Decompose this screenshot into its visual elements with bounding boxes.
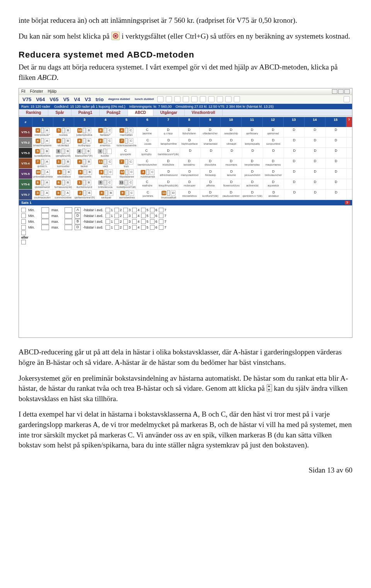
grid-cell[interactable]: 3Belectraface [54, 169, 75, 179]
sats-letter-select[interactable]: D [75, 225, 81, 230]
sats-avd-checkbox[interactable] [114, 214, 119, 218]
grid-cell[interactable]: 5Bnovisla [53, 127, 74, 137]
grid-cell[interactable]: Dg.r.mpp [158, 127, 179, 137]
grid-cell[interactable]: 5Bdiamswets [75, 169, 95, 179]
horse-chip[interactable]: 8B [99, 190, 114, 196]
grid-cell[interactable]: Dseastarship [221, 127, 242, 137]
letter-stepper-icon[interactable] [63, 169, 66, 175]
letter-stepper-icon[interactable] [104, 128, 107, 133]
grid-cell[interactable]: Dmicnarkitros [179, 190, 200, 200]
grid-cell[interactable]: Dgertlesary [242, 127, 263, 137]
grid-cell[interactable]: D [305, 190, 326, 200]
grid-cell[interactable]: D [326, 137, 347, 147]
horse-chip[interactable]: 5C [97, 180, 113, 185]
grid-cell[interactable]: D [284, 190, 305, 200]
letter-stepper-icon[interactable] [83, 138, 86, 144]
letter-stepper-icon[interactable] [83, 128, 86, 133]
sats-avd-checkbox[interactable] [141, 225, 146, 230]
tab-vinstkontroll[interactable]: Vinstkontroll [185, 109, 223, 116]
close-icon[interactable] [344, 89, 350, 94]
grid-cell[interactable]: Dkeepingsalty [242, 137, 263, 147]
open-icon[interactable] [157, 96, 163, 102]
sats-avd-checkbox[interactable] [150, 214, 155, 218]
letter-stepper-icon[interactable] [62, 159, 65, 164]
sats-avd-checkbox[interactable] [150, 208, 155, 212]
grid-cell[interactable]: 1Bduchshiorycd [74, 179, 95, 189]
sats-avd-checkbox[interactable] [123, 214, 128, 218]
horse-chip[interactable]: 9C [98, 169, 114, 175]
grid-cell[interactable]: 4Btacker [74, 158, 95, 168]
sats-avd-checkbox[interactable] [106, 219, 110, 224]
grid-cell[interactable]: Dottadamcher [200, 127, 221, 137]
menu-file[interactable]: Fil [21, 89, 26, 94]
grid-cell[interactable]: 6Bturnasours(de) [53, 179, 74, 189]
sats-avd-checkbox[interactable] [123, 225, 128, 230]
horse-chip[interactable]: 7C [119, 138, 134, 144]
grid-cell[interactable]: Dmagiomanss [263, 158, 284, 168]
sats-avd-checkbox[interactable] [132, 214, 137, 218]
grid-cell[interactable]: 9Casmstwelnes [117, 190, 138, 200]
sats-checkbox[interactable] [21, 230, 26, 235]
grid-cell[interactable]: Dhighhopeface [179, 137, 200, 147]
menu-help[interactable]: Hjälp [48, 89, 56, 94]
sats-min-input[interactable] [41, 219, 49, 224]
horse-chip[interactable]: 4A [35, 128, 50, 133]
sats-avd-checkbox[interactable] [141, 214, 146, 218]
horse-chip[interactable]: 11C [118, 180, 134, 185]
grid-cell[interactable]: 8Bsadspair [96, 190, 117, 200]
grid-cell[interactable]: D [284, 169, 305, 179]
horse-chip[interactable]: 5B [77, 169, 93, 175]
sats-avd-checkbox[interactable] [123, 219, 128, 224]
game-tab[interactable]: V3 [83, 97, 92, 102]
grid-cell[interactable]: Dflowersvictory [221, 179, 242, 189]
letter-stepper-icon[interactable] [61, 190, 65, 196]
grid-cell[interactable]: 1Bsomsveter [53, 158, 74, 168]
grid-cell[interactable]: Dbamblecosm*(dk) [157, 148, 180, 158]
grid-cell[interactable]: 8Aglobalmwest [32, 179, 53, 189]
grid-cell[interactable]: Dmckeoper [179, 179, 200, 189]
grid-cell[interactable]: D [326, 169, 347, 179]
game-tab[interactable]: lunch dubbel [134, 98, 155, 101]
grid-cell[interactable]: D [305, 169, 326, 179]
grid-cell[interactable]: Dkingofmystic(dk) [158, 179, 179, 189]
grid-cell[interactable]: 7Crydenicassandra [116, 137, 137, 147]
grid-cell[interactable]: D [305, 137, 326, 147]
grid-cell[interactable]: D [305, 179, 326, 189]
grid-cell[interactable]: 4Ainterprelude* [32, 127, 53, 137]
grid-cell[interactable]: Dpaulsovember [221, 190, 242, 200]
grid-cell[interactable]: 5Bsonalitpelena [32, 148, 53, 158]
grid-cell[interactable]: 8Cfantasiv* [95, 127, 116, 137]
grid-cell[interactable]: D [284, 179, 305, 189]
sats-avd-checkbox[interactable] [159, 214, 163, 218]
grid-cell[interactable]: Cosoas [138, 137, 158, 147]
grid-cell[interactable]: Dkonlfurst*(dk) [200, 190, 221, 200]
grid-cell[interactable]: Dtangshomfine [158, 137, 179, 147]
sats-avd-checkbox[interactable] [114, 225, 119, 230]
grid-cell[interactable]: 2Bgartamdonna*(fr) [74, 190, 96, 200]
horse-chip[interactable]: 3A [34, 190, 50, 196]
grid-cell[interactable]: 8Bmolbyrapp [74, 137, 95, 147]
grid-cell[interactable]: Dlansialmo [179, 158, 200, 168]
letter-stepper-icon[interactable] [105, 190, 108, 196]
letter-stepper-icon[interactable] [83, 169, 87, 175]
horse-chip[interactable]: 5B [56, 128, 71, 133]
horse-chip[interactable]: 6B [56, 180, 71, 185]
sats-max-input[interactable] [65, 225, 72, 230]
horse-chip[interactable]: 5B [56, 138, 71, 144]
grid-cell[interactable]: Dsorgcontest [263, 137, 284, 147]
letter-stepper-icon[interactable] [104, 138, 107, 144]
grid-cell[interactable]: 9Ckomisso [96, 169, 117, 179]
horse-chip[interactable]: 7C [119, 159, 134, 164]
letter-stepper-icon[interactable] [103, 149, 106, 154]
sats-checkbox[interactable] [21, 219, 26, 224]
horse-chip[interactable]: 1B [56, 159, 71, 164]
grid-cell[interactable]: D [242, 148, 263, 158]
tab-spar[interactable]: Spår [48, 109, 71, 116]
sats-checkbox[interactable] [21, 240, 26, 244]
letter-stepper-icon[interactable] [104, 169, 107, 175]
letter-stepper-icon[interactable] [125, 128, 128, 133]
letter-stepper-icon[interactable] [62, 180, 65, 185]
grid-cell[interactable]: Dkeystamplay [242, 158, 263, 168]
letter-stepper-icon[interactable] [83, 180, 86, 185]
horse-chip[interactable]: 6A [55, 190, 71, 196]
